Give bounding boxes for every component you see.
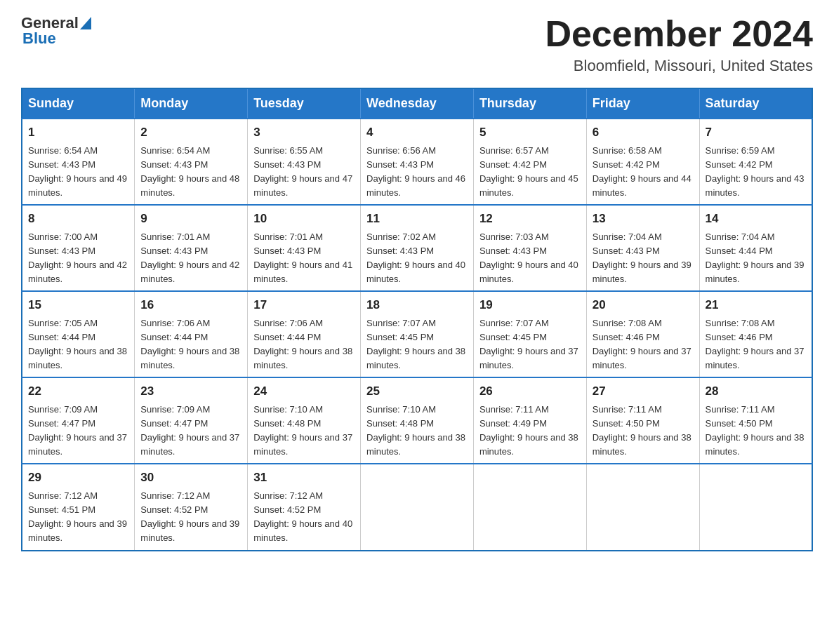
day-number: 29 — [28, 469, 128, 487]
day-info: Sunrise: 7:03 AMSunset: 4:43 PMDaylight:… — [479, 232, 578, 284]
calendar-cell: 9 Sunrise: 7:01 AMSunset: 4:43 PMDayligh… — [135, 205, 248, 291]
day-number: 16 — [140, 296, 241, 314]
day-info: Sunrise: 7:05 AMSunset: 4:44 PMDaylight:… — [28, 318, 127, 370]
calendar-cell — [361, 464, 474, 550]
day-info: Sunrise: 7:01 AMSunset: 4:43 PMDaylight:… — [253, 232, 352, 284]
day-info: Sunrise: 7:04 AMSunset: 4:44 PMDaylight:… — [706, 232, 805, 284]
day-info: Sunrise: 7:10 AMSunset: 4:48 PMDaylight:… — [253, 404, 352, 457]
day-number: 24 — [253, 382, 355, 401]
day-info: Sunrise: 6:54 AMSunset: 4:43 PMDaylight:… — [28, 145, 127, 198]
day-number: 3 — [253, 123, 355, 142]
day-header-wednesday: Wednesday — [361, 88, 474, 119]
day-info: Sunrise: 7:11 AMSunset: 4:50 PMDaylight:… — [706, 404, 805, 457]
calendar-cell: 8 Sunrise: 7:00 AMSunset: 4:43 PMDayligh… — [22, 205, 135, 291]
calendar-cell: 20 Sunrise: 7:08 AMSunset: 4:46 PMDaylig… — [586, 291, 699, 377]
calendar-cell: 19 Sunrise: 7:07 AMSunset: 4:45 PMDaylig… — [473, 291, 586, 377]
day-info: Sunrise: 7:08 AMSunset: 4:46 PMDaylight:… — [593, 318, 691, 370]
calendar-cell: 16 Sunrise: 7:06 AMSunset: 4:44 PMDaylig… — [135, 291, 248, 377]
calendar-cell: 7 Sunrise: 6:59 AMSunset: 4:42 PMDayligh… — [699, 119, 812, 205]
calendar-cell: 27 Sunrise: 7:11 AMSunset: 4:50 PMDaylig… — [586, 377, 699, 464]
calendar-cell: 6 Sunrise: 6:58 AMSunset: 4:42 PMDayligh… — [586, 119, 699, 205]
week-row-3: 15 Sunrise: 7:05 AMSunset: 4:44 PMDaylig… — [22, 291, 812, 377]
day-number: 31 — [253, 469, 355, 487]
calendar-body: 1 Sunrise: 6:54 AMSunset: 4:43 PMDayligh… — [22, 119, 812, 550]
logo-triangle-icon — [80, 17, 91, 29]
day-info: Sunrise: 7:02 AMSunset: 4:43 PMDaylight:… — [366, 232, 465, 284]
calendar-cell: 31 Sunrise: 7:12 AMSunset: 4:52 PMDaylig… — [248, 464, 361, 550]
day-header-tuesday: Tuesday — [248, 88, 361, 119]
day-number: 23 — [140, 382, 241, 401]
calendar-cell: 23 Sunrise: 7:09 AMSunset: 4:47 PMDaylig… — [135, 377, 248, 464]
calendar-cell: 3 Sunrise: 6:55 AMSunset: 4:43 PMDayligh… — [248, 119, 361, 205]
day-number: 1 — [28, 123, 128, 142]
day-info: Sunrise: 7:11 AMSunset: 4:49 PMDaylight:… — [479, 404, 578, 457]
calendar-cell: 24 Sunrise: 7:10 AMSunset: 4:48 PMDaylig… — [248, 377, 361, 464]
calendar-cell: 17 Sunrise: 7:06 AMSunset: 4:44 PMDaylig… — [248, 291, 361, 377]
svg-marker-0 — [80, 17, 91, 29]
day-info: Sunrise: 7:07 AMSunset: 4:45 PMDaylight:… — [366, 318, 465, 370]
week-row-2: 8 Sunrise: 7:00 AMSunset: 4:43 PMDayligh… — [22, 205, 812, 291]
calendar-cell: 2 Sunrise: 6:54 AMSunset: 4:43 PMDayligh… — [135, 119, 248, 205]
day-number: 27 — [593, 382, 694, 401]
day-info: Sunrise: 7:07 AMSunset: 4:45 PMDaylight:… — [479, 318, 578, 370]
day-number: 7 — [706, 123, 806, 142]
calendar-cell: 14 Sunrise: 7:04 AMSunset: 4:44 PMDaylig… — [699, 205, 812, 291]
day-header-friday: Friday — [586, 88, 699, 119]
calendar-cell: 26 Sunrise: 7:11 AMSunset: 4:49 PMDaylig… — [473, 377, 586, 464]
day-info: Sunrise: 6:57 AMSunset: 4:42 PMDaylight:… — [479, 145, 578, 198]
day-number: 2 — [140, 123, 241, 142]
day-info: Sunrise: 6:58 AMSunset: 4:42 PMDaylight:… — [593, 145, 691, 198]
day-info: Sunrise: 7:06 AMSunset: 4:44 PMDaylight:… — [140, 318, 239, 370]
day-info: Sunrise: 7:08 AMSunset: 4:46 PMDaylight:… — [706, 318, 805, 370]
day-header-saturday: Saturday — [699, 88, 812, 119]
calendar-cell: 18 Sunrise: 7:07 AMSunset: 4:45 PMDaylig… — [361, 291, 474, 377]
day-number: 4 — [366, 123, 468, 142]
day-header-monday: Monday — [135, 88, 248, 119]
day-number: 18 — [366, 296, 468, 314]
day-number: 19 — [479, 296, 581, 314]
title-area: December 2024 Bloomfield, Missouri, Unit… — [545, 14, 813, 75]
calendar-cell: 21 Sunrise: 7:08 AMSunset: 4:46 PMDaylig… — [699, 291, 812, 377]
calendar-table: SundayMondayTuesdayWednesdayThursdayFrid… — [21, 88, 813, 551]
day-number: 9 — [140, 210, 241, 228]
calendar-cell — [586, 464, 699, 550]
day-header-sunday: Sunday — [22, 88, 135, 119]
day-number: 22 — [28, 382, 128, 401]
calendar-cell: 13 Sunrise: 7:04 AMSunset: 4:43 PMDaylig… — [586, 205, 699, 291]
day-number: 5 — [479, 123, 581, 142]
day-info: Sunrise: 7:11 AMSunset: 4:50 PMDaylight:… — [593, 404, 691, 457]
day-number: 13 — [593, 210, 694, 228]
day-number: 15 — [28, 296, 128, 314]
day-number: 8 — [28, 210, 128, 228]
calendar-cell: 28 Sunrise: 7:11 AMSunset: 4:50 PMDaylig… — [699, 377, 812, 464]
day-info: Sunrise: 7:12 AMSunset: 4:52 PMDaylight:… — [140, 490, 239, 543]
week-row-4: 22 Sunrise: 7:09 AMSunset: 4:47 PMDaylig… — [22, 377, 812, 464]
day-number: 30 — [140, 469, 241, 487]
day-info: Sunrise: 6:55 AMSunset: 4:43 PMDaylight:… — [253, 145, 352, 198]
page-title: December 2024 — [545, 14, 813, 54]
calendar-cell: 4 Sunrise: 6:56 AMSunset: 4:43 PMDayligh… — [361, 119, 474, 205]
day-number: 10 — [253, 210, 355, 228]
calendar-header: SundayMondayTuesdayWednesdayThursdayFrid… — [22, 88, 812, 119]
day-info: Sunrise: 7:09 AMSunset: 4:47 PMDaylight:… — [28, 404, 127, 457]
day-number: 11 — [366, 210, 468, 228]
calendar-cell — [473, 464, 586, 550]
day-header-thursday: Thursday — [473, 88, 586, 119]
day-info: Sunrise: 6:59 AMSunset: 4:42 PMDaylight:… — [706, 145, 805, 198]
day-info: Sunrise: 6:54 AMSunset: 4:43 PMDaylight:… — [140, 145, 239, 198]
calendar-cell: 11 Sunrise: 7:02 AMSunset: 4:43 PMDaylig… — [361, 205, 474, 291]
week-row-1: 1 Sunrise: 6:54 AMSunset: 4:43 PMDayligh… — [22, 119, 812, 205]
day-info: Sunrise: 7:12 AMSunset: 4:52 PMDaylight:… — [253, 490, 352, 543]
day-info: Sunrise: 6:56 AMSunset: 4:43 PMDaylight:… — [366, 145, 465, 198]
calendar-cell: 5 Sunrise: 6:57 AMSunset: 4:42 PMDayligh… — [473, 119, 586, 205]
day-number: 12 — [479, 210, 581, 228]
calendar-cell: 15 Sunrise: 7:05 AMSunset: 4:44 PMDaylig… — [22, 291, 135, 377]
calendar-cell: 10 Sunrise: 7:01 AMSunset: 4:43 PMDaylig… — [248, 205, 361, 291]
day-number: 28 — [706, 382, 806, 401]
day-info: Sunrise: 7:10 AMSunset: 4:48 PMDaylight:… — [366, 404, 465, 457]
day-number: 17 — [253, 296, 355, 314]
day-info: Sunrise: 7:04 AMSunset: 4:43 PMDaylight:… — [593, 232, 691, 284]
calendar-cell: 29 Sunrise: 7:12 AMSunset: 4:51 PMDaylig… — [22, 464, 135, 550]
day-number: 25 — [366, 382, 468, 401]
calendar-cell: 12 Sunrise: 7:03 AMSunset: 4:43 PMDaylig… — [473, 205, 586, 291]
